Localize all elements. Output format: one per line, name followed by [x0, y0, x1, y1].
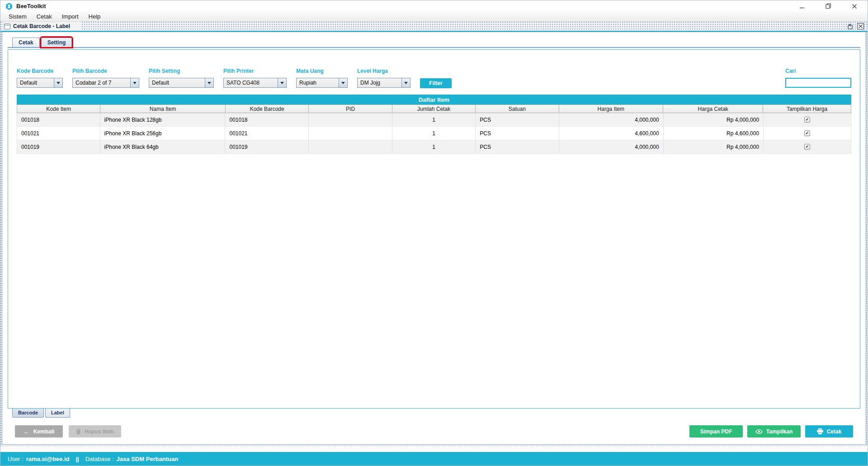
action-bar: ← Kembali Hapus Item	[8, 418, 860, 444]
titlebar: BeeToolkit	[0, 0, 868, 12]
show-price-checkbox[interactable]: ✔	[804, 117, 810, 123]
filter-row: Kode BarcodeDefaultPilih BarcodeCodabar …	[17, 68, 851, 88]
filter-label: Pilih Printer	[223, 68, 287, 74]
mdi-content: CetakSetting Kode BarcodeDefaultPilih Ba…	[2, 32, 866, 445]
close-icon[interactable]	[841, 0, 868, 12]
mdi-frame: Cetak Barcode - Label	[0, 22, 868, 446]
cell-tampilkan-harga: ✔	[764, 140, 851, 153]
combo-value: Default	[17, 78, 54, 87]
database-label: Database :	[85, 456, 114, 462]
statusbar: User : rama.si@bee.id || Database : Jasa…	[0, 452, 868, 466]
tampilkan-button[interactable]: Tampilkan	[747, 425, 801, 437]
restore-down-icon[interactable]	[846, 23, 853, 29]
search-input[interactable]	[785, 78, 851, 88]
table-row[interactable]: 001018iPhone XR Black 128gb0010181PCS4,0…	[17, 113, 851, 127]
filter-label: Mata Uang	[296, 68, 348, 74]
chevron-down-icon[interactable]	[401, 78, 410, 87]
combo-pilih-barcode[interactable]: Codabar 2 of 7	[72, 78, 139, 88]
column-header-satuan[interactable]: Satuan	[476, 105, 559, 113]
filter-label: Pilih Barcode	[72, 68, 139, 74]
menubar: SistemCetakImportHelp	[0, 12, 868, 22]
combo-pilih-printer[interactable]: SATO CG408	[223, 78, 287, 88]
filter-mata-uang: Mata UangRupiah	[296, 68, 348, 88]
filter-button[interactable]: Filter	[420, 78, 452, 88]
cell-pid	[309, 127, 392, 140]
user-value: rama.si@bee.id	[26, 456, 70, 462]
combo-value: Codabar 2 of 7	[73, 78, 130, 87]
cell-kode-barcode: 001019	[225, 140, 309, 153]
menu-item-help[interactable]: Help	[84, 13, 106, 20]
chevron-down-icon[interactable]	[130, 78, 139, 87]
chevron-down-icon[interactable]	[54, 78, 62, 87]
cell-jumlah-cetak: 1	[392, 127, 476, 140]
filter-kode-barcode: Kode BarcodeDefault	[17, 68, 63, 88]
menu-item-import[interactable]: Import	[57, 13, 84, 20]
trash-icon	[76, 428, 81, 434]
cell-nama-item: iPhone XR Black 128gb	[100, 113, 226, 126]
tab-cetak[interactable]: Cetak	[12, 38, 40, 47]
tab-barcode[interactable]: Barcode	[12, 409, 44, 418]
mdi-window-title: Cetak Barcode - Label	[13, 23, 70, 29]
mdi-body: CetakSetting Kode BarcodeDefaultPilih Ba…	[0, 32, 868, 446]
column-header-harga-cetak[interactable]: Harga Cetak	[663, 105, 763, 113]
simpan-pdf-button[interactable]: Simpan PDF	[689, 425, 743, 437]
chevron-down-icon[interactable]	[278, 78, 286, 87]
table-row[interactable]: 001021iPhone XR Black 256gb0010211PCS4,6…	[17, 127, 851, 140]
kembali-button[interactable]: ← Kembali	[15, 425, 63, 437]
cell-kode-barcode: 001021	[225, 127, 309, 140]
cell-harga-cetak: Rp 4,600,000	[664, 127, 764, 140]
mdi-titlebar: Cetak Barcode - Label	[0, 22, 868, 32]
panel-empty-space	[8, 154, 860, 408]
show-price-checkbox[interactable]: ✔	[804, 130, 810, 136]
combo-value: Rupiah	[297, 78, 339, 87]
column-header-kode-barcode[interactable]: Kode Barcode	[226, 105, 309, 113]
chevron-down-icon[interactable]	[339, 78, 347, 87]
chevron-down-icon[interactable]	[205, 78, 213, 87]
column-header-pid[interactable]: PID	[309, 105, 392, 113]
cell-kode-item: 001018	[17, 113, 100, 126]
cell-harga-item: 4,000,000	[559, 140, 664, 153]
cell-jumlah-cetak: 1	[392, 140, 476, 153]
column-header-kode-item[interactable]: Kode Item	[17, 105, 100, 113]
window-controls	[789, 0, 868, 12]
combo-level-harga[interactable]: DM Jojg	[357, 78, 410, 88]
app-window: BeeToolkit SistemCetakImportHelp	[0, 0, 868, 466]
cetak-button[interactable]: Cetak	[805, 425, 853, 437]
tab-setting[interactable]: Setting	[41, 38, 72, 47]
beetoolkit-logo-icon	[5, 2, 13, 10]
database-value: Jasa SDM Perbantuan	[117, 456, 179, 462]
cell-pid	[309, 140, 392, 153]
cell-kode-item: 001019	[17, 140, 100, 153]
cell-pid	[309, 113, 392, 126]
main-panel: Kode BarcodeDefaultPilih BarcodeCodabar …	[8, 49, 860, 409]
cell-harga-item: 4,000,000	[559, 113, 664, 126]
combo-pilih-setting[interactable]: Default	[149, 78, 214, 88]
mdi-title-area: Cetak Barcode - Label	[3, 22, 82, 31]
mdi-close-icon[interactable]	[857, 23, 864, 29]
filter-level-harga: Level HargaDM Jojg	[357, 68, 410, 88]
cell-satuan: PCS	[476, 127, 559, 140]
restore-icon[interactable]	[815, 0, 841, 12]
combo-mata-uang[interactable]: Rupiah	[296, 78, 348, 88]
hapus-item-button[interactable]: Hapus Item	[69, 425, 121, 437]
column-header-nama-item[interactable]: Nama Item	[100, 105, 226, 113]
show-price-checkbox[interactable]: ✔	[804, 144, 810, 150]
eye-icon	[755, 429, 763, 434]
cell-tampilkan-harga: ✔	[764, 127, 851, 140]
cell-nama-item: iPhone XR Black 256gb	[100, 127, 226, 140]
menu-item-sistem[interactable]: Sistem	[4, 13, 32, 20]
table-area: Daftar Item Kode ItemNama ItemKode Barco…	[17, 95, 851, 154]
combo-kode-barcode[interactable]: Default	[17, 78, 63, 88]
tab-label[interactable]: Label	[45, 409, 70, 418]
cell-kode-item: 001021	[17, 127, 100, 140]
table-title: Daftar Item	[17, 95, 851, 105]
column-header-jumlah-cetak[interactable]: Jumlah Cetak	[392, 105, 476, 113]
filter-pilih-printer: Pilih PrinterSATO CG408	[223, 68, 287, 88]
table-row[interactable]: 001019iPhone XR Black 64gb0010191PCS4,00…	[17, 140, 851, 154]
minimize-icon[interactable]	[789, 0, 815, 12]
menu-item-cetak[interactable]: Cetak	[32, 13, 57, 20]
column-header-tampilkan-harga[interactable]: Tampilkan Harga	[763, 105, 851, 113]
app-title: BeeToolkit	[16, 3, 46, 10]
column-header-harga-item[interactable]: Harga Item	[559, 105, 664, 113]
filter-pilih-barcode: Pilih BarcodeCodabar 2 of 7	[72, 68, 139, 88]
